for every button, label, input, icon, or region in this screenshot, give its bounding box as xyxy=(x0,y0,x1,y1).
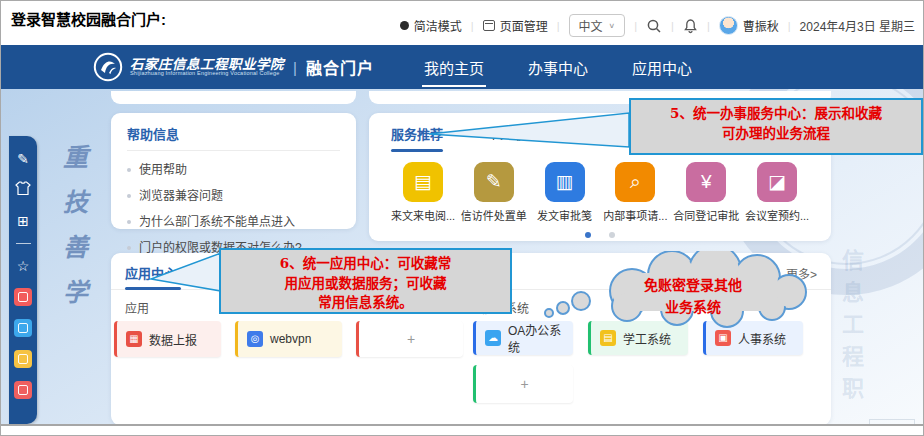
portal-name: 融合门户 xyxy=(306,55,374,79)
separator: | xyxy=(788,20,791,32)
quick-app-icon[interactable] xyxy=(14,350,32,368)
nav-item-app-center[interactable]: 应用中心 xyxy=(630,48,694,87)
nav-item-service-center[interactable]: 办事中心 xyxy=(526,48,590,87)
quick-app-icon[interactable] xyxy=(14,381,32,399)
school-motto: 重 技 善 学 xyxy=(63,137,88,317)
help-panel: 帮助信息 使用帮助 浏览器兼容问题 为什么部门系统不能单点进入 门户的权限或数据… xyxy=(111,113,356,229)
quick-app-icon[interactable] xyxy=(14,288,32,306)
annotation-line: 6、统一应用中心：可收藏常 xyxy=(227,254,504,274)
school-logo-icon xyxy=(93,52,123,82)
help-panel-header: 帮助信息 xyxy=(127,124,340,151)
cloud-icon: ☁ xyxy=(485,330,501,346)
motto-char: 学 xyxy=(63,272,88,308)
bell-icon xyxy=(683,18,698,34)
app-tile-label: webvpn xyxy=(270,332,311,346)
add-system-tile[interactable]: + xyxy=(473,365,573,403)
annotation-line: 5、统一办事服务中心：展示和收藏 xyxy=(637,104,915,124)
edit-icon[interactable]: ✎ xyxy=(14,150,32,168)
nav-item-my-home[interactable]: 我的主页 xyxy=(422,48,486,87)
school-name-en: Shijiazhuang Information Engineering Voc… xyxy=(130,71,284,77)
page-title: 登录智慧校园融合门户: xyxy=(11,8,166,29)
nav-menu: 我的主页 办事中心 应用中心 xyxy=(422,48,694,87)
carousel-pagination xyxy=(369,232,831,238)
meeting-room-icon: ◪ xyxy=(757,162,797,202)
cloud-annotation-text: 免账密登录其他 业务系统 xyxy=(593,275,793,318)
notifications-button[interactable] xyxy=(683,18,698,34)
school-name-block: 石家庄信息工程职业学院 Shijiazhuang Information Eng… xyxy=(130,57,284,77)
help-panel-title: 帮助信息 xyxy=(127,127,179,142)
annotation-line: 业务系统 xyxy=(593,297,793,319)
tab-service-recommend[interactable]: 服务推荐 xyxy=(391,124,443,143)
system-tile-label: 学工系统 xyxy=(623,330,671,347)
bullet-icon xyxy=(127,194,131,198)
document-lines-icon: ▤ xyxy=(403,162,443,202)
student-system-icon: ▤ xyxy=(600,330,616,346)
service-label: 来文来电阅... xyxy=(389,207,457,223)
pagination-dot[interactable] xyxy=(609,232,615,238)
data-report-icon: ▦ xyxy=(126,331,142,347)
service-icons-row: ▤ 来文来电阅... ✎ 信访件处置单 ▥ 发文审批笺 ⌕ 内部事项请... ¥ xyxy=(369,152,831,223)
search-button[interactable] xyxy=(646,18,662,34)
system-tile[interactable]: ▣ 人事系统 xyxy=(703,321,803,355)
sidebar-divider xyxy=(16,243,31,244)
language-value: 中文 xyxy=(579,17,603,34)
add-square-icon[interactable]: ⊞ xyxy=(14,212,32,230)
pagination-dot-active[interactable] xyxy=(585,232,591,238)
mode-dot-icon xyxy=(400,21,409,30)
help-link[interactable]: 为什么部门系统不能单点进入 xyxy=(127,212,340,229)
motto-char: 重 xyxy=(63,137,88,173)
annotation-line: 可办理的业务流程 xyxy=(637,124,915,144)
system-tile[interactable]: ☁ OA办公系统 xyxy=(473,321,573,355)
hr-system-icon: ▣ xyxy=(715,330,731,346)
plus-icon: + xyxy=(407,331,415,347)
service-item[interactable]: ¥ 合同登记审批 xyxy=(672,162,740,223)
topbar: 简洁模式 | 页面管理 | 中文 ∨ | | | 曹振秋 xyxy=(400,14,915,37)
service-item[interactable]: ✎ 信访件处置单 xyxy=(460,162,528,223)
simple-mode-label: 简洁模式 xyxy=(414,17,462,34)
app-center-title: 应用中心 xyxy=(125,266,177,281)
tab-personal-favorites[interactable]: 个人收藏 xyxy=(487,124,539,143)
app-tile[interactable]: ▦ 数据上报 xyxy=(114,321,221,357)
page-manage-button[interactable]: 页面管理 xyxy=(483,17,548,34)
watermark-text: 信息工程职 xyxy=(835,249,867,409)
help-link-label: 使用帮助 xyxy=(139,163,187,177)
search-icon xyxy=(646,18,662,34)
service-item[interactable]: ⌕ 内部事项请... xyxy=(601,162,669,223)
annotation-line: 免账密登录其他 xyxy=(593,275,793,297)
scrolled-card-edge xyxy=(111,91,356,104)
brand[interactable]: 石家庄信息工程职业学院 Shijiazhuang Information Eng… xyxy=(93,52,374,82)
username: 曹振秋 xyxy=(743,17,779,34)
user-menu[interactable]: 曹振秋 xyxy=(719,16,779,35)
separator: | xyxy=(557,20,560,32)
shirt-icon[interactable] xyxy=(14,181,32,199)
service-item[interactable]: ▤ 来文来电阅... xyxy=(389,162,457,223)
webvpn-icon: ◎ xyxy=(247,331,263,347)
active-title-underline xyxy=(125,287,181,290)
system-tile-label: 人事系统 xyxy=(738,330,786,347)
separator: | xyxy=(671,20,674,32)
avatar xyxy=(719,16,738,35)
simple-mode-toggle[interactable]: 简洁模式 xyxy=(400,17,462,34)
star-icon[interactable]: ☆ xyxy=(14,257,32,275)
system-tile[interactable]: ▤ 学工系统 xyxy=(588,321,688,355)
help-link[interactable]: 使用帮助 xyxy=(127,160,340,177)
service-item[interactable]: ▥ 发文审批笺 xyxy=(531,162,599,223)
screenshot-root: 登录智慧校园融合门户: 简洁模式 | 页面管理 | 中文 ∨ | | xyxy=(0,0,924,436)
app-tile[interactable]: ◎ webvpn xyxy=(235,321,342,357)
annotation-line: 用应用或数据服务；可收藏 xyxy=(227,274,504,294)
quick-app-icon[interactable] xyxy=(14,319,32,337)
language-select[interactable]: 中文 ∨ xyxy=(569,14,626,37)
bullet-icon xyxy=(127,168,131,172)
separator: | xyxy=(471,20,474,32)
service-item[interactable]: ◪ 会议室预约... xyxy=(743,162,811,223)
service-label: 内部事项请... xyxy=(601,207,669,223)
contract-yen-icon: ¥ xyxy=(686,162,726,202)
bullet-icon xyxy=(127,246,131,250)
portal-content: 信息工程职 ✎ ⊞ ☆ 重 技 善 学 xyxy=(1,89,923,426)
bullet-icon xyxy=(127,220,131,224)
help-link[interactable]: 浏览器兼容问题 xyxy=(127,186,340,203)
document-icon: ▥ xyxy=(545,162,585,202)
quick-sidebar: ✎ ⊞ ☆ xyxy=(9,136,37,424)
add-app-tile[interactable]: + xyxy=(356,321,463,357)
help-link-label: 浏览器兼容问题 xyxy=(139,189,223,203)
